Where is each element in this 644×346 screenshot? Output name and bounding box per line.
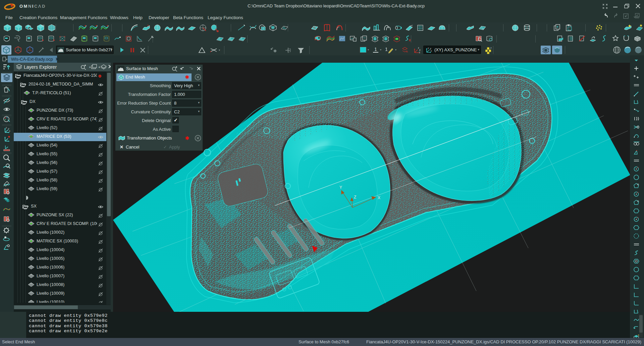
svg-text:y: y [419,49,421,51]
svg-text:z: z [428,47,429,49]
svg-text:Y: Y [339,185,342,190]
svg-text:z: z [490,47,492,49]
svg-text:x: x [431,50,432,52]
svg-text:R19: R19 [14,37,18,39]
svg-text:x: x [419,51,420,54]
svg-text:+: + [98,65,100,69]
svg-text:X: X [378,195,380,200]
svg-text:xyz: xyz [41,24,45,27]
svg-text:z: z [6,126,7,129]
svg-text:Z: Z [354,195,356,199]
svg-text:x: x [9,130,10,132]
svg-text:+: + [89,65,91,69]
